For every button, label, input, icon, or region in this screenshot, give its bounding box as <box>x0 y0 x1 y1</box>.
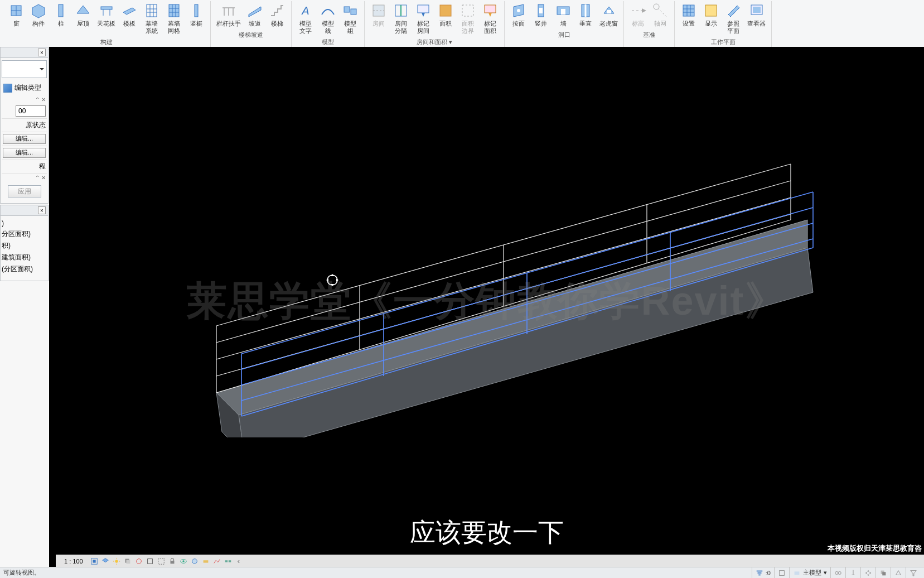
3d-viewport[interactable]: 莱思学堂《一分钟教你学Revit》 应该要改一下 本视频版权归天津莱思教育咨 <box>49 47 924 567</box>
tag-room-icon <box>415 2 432 19</box>
window-icon <box>8 2 25 19</box>
stair-button[interactable]: 楼梯 <box>267 1 288 28</box>
constraints-icon[interactable] <box>223 556 233 566</box>
edit-button[interactable]: 编辑... <box>3 148 46 158</box>
ceiling-button[interactable]: 天花板 <box>95 1 118 36</box>
browser-item[interactable]: (分区面积) <box>2 263 47 275</box>
floor-button[interactable]: 楼板 <box>119 1 140 36</box>
browser-item[interactable]: 积) <box>2 240 47 252</box>
dormer-button[interactable]: 老虎窗 <box>597 1 620 28</box>
editable-only-icon[interactable] <box>774 567 789 578</box>
analytical-model-icon[interactable] <box>212 556 222 566</box>
rendering-icon[interactable] <box>134 556 144 566</box>
lock-3d-icon[interactable] <box>167 556 177 566</box>
select-links-icon[interactable] <box>830 567 845 578</box>
watermark-text: 莱思学堂《一分钟教你学Revit》 <box>187 274 786 328</box>
select-pinned-icon[interactable] <box>845 567 860 578</box>
shadows-icon[interactable] <box>123 556 133 566</box>
svg-rect-15 <box>169 4 179 17</box>
edit-button[interactable]: 编辑... <box>3 134 46 144</box>
property-value-input[interactable] <box>16 105 46 117</box>
shaft-button[interactable]: 竖井 <box>530 1 552 28</box>
group-collapser[interactable]: ⌃ ✕ <box>2 174 47 182</box>
viewer-button[interactable]: 查看器 <box>745 1 768 36</box>
svg-rect-61 <box>753 7 761 13</box>
railing-button[interactable]: 栏杆扶手 <box>214 1 243 28</box>
ribbon-button-label: 墙 <box>560 20 567 27</box>
chevron-left-icon[interactable]: ‹ <box>234 557 243 565</box>
group-collapser[interactable]: ⌃ ✕ <box>2 95 47 104</box>
svg-rect-87 <box>93 560 95 562</box>
property-row <box>2 104 47 119</box>
close-icon[interactable]: × <box>38 206 46 214</box>
main-model-selector[interactable]: 主模型 ▾ <box>789 567 830 578</box>
curtain-system-button[interactable]: 幕墙 系统 <box>141 1 162 36</box>
curtain-system-icon <box>143 2 160 19</box>
show-button[interactable]: 显示 <box>700 1 722 36</box>
property-row: 原状态 <box>2 119 47 132</box>
reveal-hidden-icon[interactable] <box>190 556 200 566</box>
by-face-button[interactable]: 按面 <box>508 1 529 28</box>
set-button[interactable]: 设置 <box>678 1 699 36</box>
model-line-icon <box>320 2 336 19</box>
filter-selection-icon[interactable] <box>906 567 921 578</box>
window-button[interactable]: 窗 <box>6 1 27 36</box>
selection-count[interactable]: :0 <box>752 567 774 578</box>
browser-item[interactable]: 建筑面积) <box>2 252 47 263</box>
edit-type-button[interactable]: 编辑类型 <box>2 80 47 95</box>
svg-point-111 <box>835 571 838 574</box>
component-button[interactable]: 构件 <box>28 1 49 36</box>
mullion-button[interactable]: 竖梃 <box>186 1 207 36</box>
type-selector-dropdown[interactable] <box>2 60 47 78</box>
model-text-button[interactable]: A模型 文字 <box>295 1 316 36</box>
room-icon <box>370 2 387 19</box>
ribbon-panel: A模型 文字模型 线模型 组模型 <box>292 1 365 49</box>
face-selection-icon[interactable] <box>891 567 906 578</box>
edit-type-icon <box>3 84 12 93</box>
svg-marker-38 <box>488 13 492 17</box>
view-scale[interactable]: 1 : 100 <box>59 557 88 565</box>
crop-region-visible-icon[interactable] <box>156 556 166 566</box>
wall-opening-icon <box>555 2 572 19</box>
apply-button[interactable]: 应用 <box>8 185 41 198</box>
tag-area-button[interactable]: 标记 面积 <box>480 1 501 36</box>
vertical-button[interactable]: 垂直 <box>575 1 596 28</box>
svg-marker-50 <box>642 8 646 13</box>
select-underlay-icon[interactable] <box>875 567 891 578</box>
ribbon-panel-title: 洞口 <box>508 28 620 41</box>
tag-room-button[interactable]: 标记 房间 <box>413 1 434 36</box>
ribbon-button-label: 栏杆扶手 <box>216 20 241 27</box>
wall-opening-button[interactable]: 墙 <box>553 1 574 28</box>
close-icon[interactable]: × <box>38 49 46 56</box>
column-button[interactable]: 柱 <box>50 1 71 36</box>
ribbon-button-label: 设置 <box>683 20 695 27</box>
ref-plane-button[interactable]: 参照 平面 <box>723 1 744 36</box>
railing-icon <box>220 2 237 19</box>
drag-elements-icon[interactable] <box>860 567 875 578</box>
browser-item[interactable]: ) <box>2 218 47 228</box>
temporary-hide-icon[interactable] <box>178 556 188 566</box>
room-separator-button[interactable]: 房间 分隔 <box>390 1 412 36</box>
mullion-icon <box>188 2 205 19</box>
crop-view-icon[interactable] <box>145 556 155 566</box>
model-line-button[interactable]: 模型 线 <box>317 1 338 36</box>
svg-rect-44 <box>561 9 565 15</box>
svg-rect-109 <box>780 570 785 575</box>
tag-area-icon <box>482 2 499 19</box>
visual-style-icon[interactable] <box>100 556 110 566</box>
ribbon-panel-title: 构建 <box>6 36 207 48</box>
ribbon-panel: 设置显示参照 平面查看器工作平面 <box>675 1 772 49</box>
worksharing-icon[interactable] <box>201 556 211 566</box>
detail-level-icon[interactable] <box>89 556 99 566</box>
browser-item[interactable]: 分区面积) <box>2 228 47 240</box>
ramp-button[interactable]: 坡道 <box>244 1 265 28</box>
svg-rect-105 <box>229 560 231 562</box>
area-button[interactable]: 面积 <box>435 1 456 36</box>
area-boundary-button: 面积 边界 <box>457 1 478 36</box>
roof-button[interactable]: 屋顶 <box>72 1 94 36</box>
ribbon-button-label: 竖梃 <box>190 20 202 27</box>
curtain-grid-button[interactable]: 幕墙 网格 <box>163 1 185 36</box>
grid-button: 轴网 <box>650 1 671 28</box>
sun-path-icon[interactable] <box>112 556 122 566</box>
model-group-button[interactable]: 模型 组 <box>340 1 361 36</box>
